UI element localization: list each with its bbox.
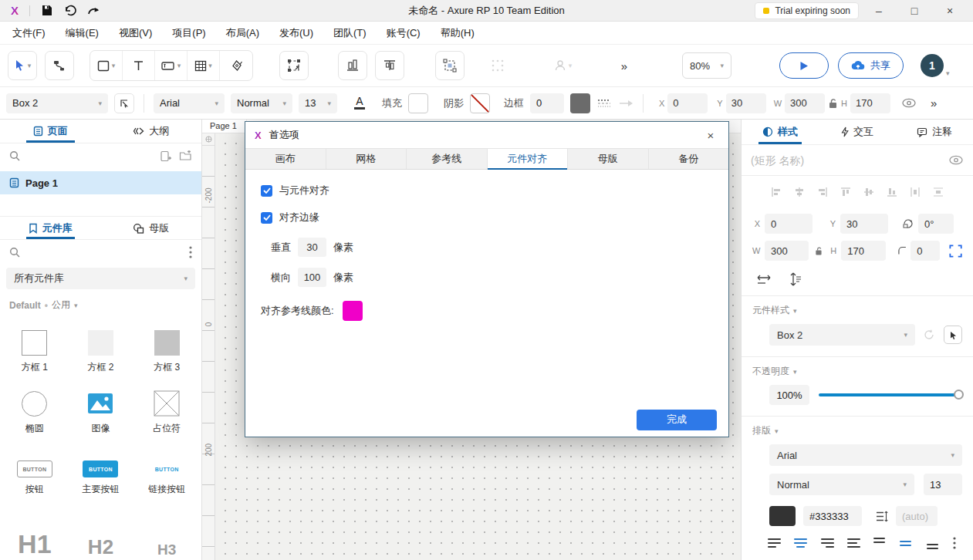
propbar-more-button[interactable]: » bbox=[931, 96, 937, 110]
font-color-swatch[interactable] bbox=[769, 506, 796, 526]
zoom-select[interactable]: 80% ▾ bbox=[682, 52, 731, 79]
menu-project[interactable]: 项目(P) bbox=[172, 26, 205, 40]
text-align-justify-button[interactable] bbox=[847, 538, 860, 548]
border-color-swatch[interactable] bbox=[570, 93, 590, 113]
vertical-value-field[interactable]: 30 bbox=[298, 238, 326, 257]
dialog-tab-masters[interactable]: 母版 bbox=[568, 149, 649, 169]
dialog-tab-grid[interactable]: 网格 bbox=[326, 149, 407, 169]
corner-select-icon[interactable] bbox=[949, 244, 962, 258]
more-typography-kebab-icon[interactable] bbox=[953, 537, 956, 549]
visibility-eye-icon[interactable] bbox=[948, 155, 964, 165]
dialog-tab-guides[interactable]: 参考线 bbox=[407, 149, 488, 169]
font-weight-select[interactable]: Normal ▾ bbox=[231, 93, 292, 113]
library-group-header[interactable]: Default • 公用 ▾ bbox=[0, 292, 201, 313]
opacity-slider[interactable] bbox=[819, 393, 962, 396]
style-picker-button[interactable] bbox=[114, 93, 134, 113]
widget-style-select[interactable]: Box 2 ▾ bbox=[6, 93, 108, 113]
dialog-tab-canvas[interactable]: 画布 bbox=[245, 149, 326, 169]
tab-pages[interactable]: 页面 bbox=[0, 120, 101, 143]
border-width-field[interactable]: 0 bbox=[530, 93, 564, 113]
widget-style-select[interactable]: Box 2 ▾ bbox=[769, 324, 915, 346]
distribute-button[interactable] bbox=[375, 51, 404, 80]
save-button[interactable] bbox=[41, 5, 52, 16]
minimize-button[interactable]: – bbox=[863, 2, 894, 20]
toolbar-more-button[interactable]: » bbox=[611, 51, 637, 80]
y-field[interactable]: 30 bbox=[726, 93, 766, 113]
menu-edit[interactable]: 编辑(E) bbox=[66, 26, 99, 40]
font-weight-select[interactable]: Normal ▾ bbox=[769, 474, 914, 495]
lock-icon[interactable] bbox=[828, 98, 838, 109]
tab-outline[interactable]: 大纲 bbox=[101, 120, 202, 143]
font-color-field[interactable]: #333333 bbox=[803, 506, 862, 526]
opacity-slider-handle[interactable] bbox=[954, 390, 964, 400]
select-tool-button[interactable]: ▾ bbox=[8, 51, 37, 80]
font-size-field[interactable]: 13 bbox=[924, 474, 962, 495]
widget-ellipse[interactable]: 椭圆 bbox=[2, 377, 68, 435]
w-field[interactable]: 300 bbox=[785, 93, 825, 113]
undo-button[interactable] bbox=[63, 5, 76, 16]
text-tool-button[interactable] bbox=[123, 51, 155, 80]
fill-swatch[interactable] bbox=[408, 93, 428, 113]
guide-color-swatch[interactable] bbox=[343, 301, 363, 321]
tab-masters[interactable]: 母版 bbox=[101, 217, 202, 239]
opacity-value-field[interactable]: 100% bbox=[769, 385, 809, 405]
x-field[interactable]: 0 bbox=[765, 214, 813, 234]
add-page-icon[interactable] bbox=[160, 150, 171, 162]
text-align-top-button[interactable] bbox=[873, 538, 887, 549]
widget-h1[interactable]: H1 bbox=[2, 499, 68, 557]
transform-points-button[interactable] bbox=[279, 51, 309, 80]
widget-style-section-header[interactable]: 元件样式 ▾ bbox=[752, 304, 962, 317]
line-height-field[interactable]: (auto) bbox=[896, 506, 938, 526]
corner-radius-field[interactable]: 0 bbox=[910, 241, 940, 261]
fit-width-icon[interactable] bbox=[755, 273, 772, 285]
page-tree-item-page1[interactable]: Page 1 bbox=[0, 171, 201, 194]
text-align-left-button[interactable] bbox=[768, 538, 781, 548]
canvas-page-tab[interactable]: Page 1 bbox=[202, 120, 247, 133]
text-align-bottom-button[interactable] bbox=[927, 538, 940, 549]
font-color-button[interactable]: A bbox=[354, 96, 365, 110]
font-family-select[interactable]: Arial ▾ bbox=[769, 444, 962, 466]
maximize-button[interactable]: □ bbox=[899, 2, 930, 20]
rotation-field[interactable]: 0° bbox=[918, 214, 954, 234]
widget-placeholder[interactable]: 占位符 bbox=[133, 377, 200, 435]
widget-primary-button[interactable]: BUTTON 主要按钮 bbox=[68, 438, 134, 496]
menu-file[interactable]: 文件(F) bbox=[12, 26, 46, 40]
input-tool-button[interactable]: ▾ bbox=[155, 51, 188, 80]
widget-name-input[interactable] bbox=[751, 154, 942, 167]
avatar[interactable]: 1 bbox=[921, 54, 944, 77]
menu-arrange[interactable]: 布局(A) bbox=[226, 26, 259, 40]
tab-notes[interactable]: 注释 bbox=[896, 120, 973, 144]
share-button[interactable]: 共享 bbox=[838, 52, 904, 79]
widget-link-button[interactable]: BUTTON 链接按钮 bbox=[133, 438, 200, 496]
align-button[interactable] bbox=[338, 51, 367, 80]
fit-height-icon[interactable] bbox=[789, 271, 802, 288]
library-filter-select[interactable]: 所有元件库 ▾ bbox=[6, 268, 195, 289]
done-button[interactable]: 完成 bbox=[637, 410, 717, 430]
widget-box2[interactable]: 方框 2 bbox=[68, 316, 134, 374]
horizontal-value-field[interactable]: 100 bbox=[298, 268, 326, 287]
preview-button[interactable] bbox=[779, 52, 829, 79]
close-button[interactable]: × bbox=[934, 2, 965, 20]
h-field[interactable]: 170 bbox=[850, 93, 890, 113]
text-align-center-button[interactable] bbox=[794, 538, 807, 548]
tab-widget-library[interactable]: 元件库 bbox=[0, 217, 101, 239]
border-style-icon[interactable] bbox=[596, 98, 612, 109]
redo-button[interactable] bbox=[87, 5, 101, 16]
search-icon[interactable] bbox=[9, 247, 20, 258]
dialog-tab-snap[interactable]: 元件对齐 bbox=[488, 149, 569, 169]
kebab-menu-icon[interactable] bbox=[189, 246, 192, 258]
widget-h2[interactable]: H2 bbox=[68, 499, 134, 557]
pen-tool-button[interactable] bbox=[220, 51, 252, 80]
widget-button[interactable]: BUTTON 按钮 bbox=[2, 438, 68, 496]
snap-to-widgets-checkbox[interactable] bbox=[261, 185, 272, 197]
rectangle-tool-button[interactable]: ▾ bbox=[90, 51, 123, 80]
add-folder-icon[interactable] bbox=[179, 150, 192, 161]
dialog-tab-backup[interactable]: 备份 bbox=[649, 149, 729, 169]
text-align-right-button[interactable] bbox=[821, 538, 834, 548]
widget-box1[interactable]: 方框 1 bbox=[2, 316, 68, 374]
menu-help[interactable]: 帮助(H) bbox=[441, 26, 475, 40]
widget-image[interactable]: 图像 bbox=[68, 377, 134, 435]
snap-edges-checkbox[interactable] bbox=[261, 212, 272, 224]
search-icon[interactable] bbox=[9, 150, 20, 161]
lock-icon[interactable] bbox=[815, 246, 823, 256]
